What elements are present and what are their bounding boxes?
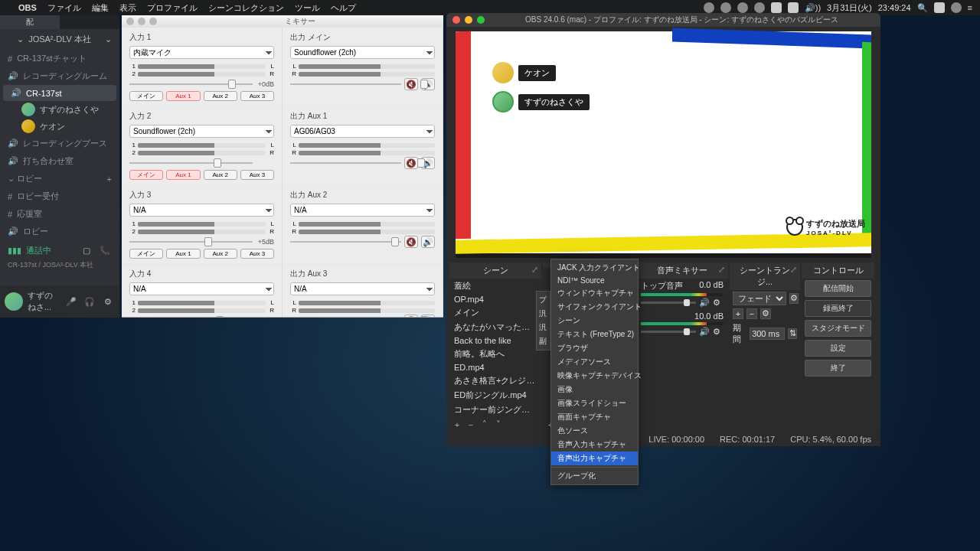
add-source-menu[interactable]: JACK 入力クライアントNDI™ Sourceウィンドウキャプチャサイフォンク… bbox=[550, 259, 639, 485]
stop-record-button[interactable]: 録画終了 bbox=[805, 300, 871, 317]
channel-voice[interactable]: 🔊ロビー bbox=[0, 223, 119, 240]
route-button[interactable]: Aux 3 bbox=[240, 91, 274, 101]
notification-icon[interactable]: ≡ bbox=[968, 3, 972, 12]
gain-slider[interactable] bbox=[228, 80, 236, 89]
siri-icon[interactable] bbox=[951, 2, 962, 13]
gear-icon[interactable]: ⚙ bbox=[760, 308, 771, 319]
menu-item[interactable]: テキスト (FreeType 2) bbox=[551, 328, 638, 341]
menu-view[interactable]: 表示 bbox=[119, 2, 136, 14]
scene-item[interactable]: 前略。私略へ bbox=[449, 347, 541, 361]
transition-select[interactable]: フェード bbox=[733, 292, 786, 305]
plus-icon[interactable]: + bbox=[733, 308, 743, 319]
menu-item[interactable]: サイフォンクライアント bbox=[551, 300, 638, 314]
route-button[interactable]: Aux 3 bbox=[240, 249, 274, 259]
plus-icon[interactable]: + bbox=[107, 174, 112, 184]
scene-item[interactable]: コーナー前ジングル.mp4 bbox=[449, 403, 541, 417]
mute-icon[interactable]: 🔇 bbox=[404, 236, 418, 248]
speaker-icon[interactable]: 🔊 bbox=[699, 298, 710, 308]
scene-item[interactable]: ED前ジングル.mp4 bbox=[449, 388, 541, 403]
disconnect-icon[interactable]: 📞 bbox=[98, 243, 112, 257]
voice-user[interactable]: ケオン bbox=[0, 118, 119, 135]
menu-item[interactable]: 映像キャプチャデバイス bbox=[551, 369, 638, 383]
route-button[interactable]: Aux 2 bbox=[204, 170, 237, 180]
mixer-titlebar[interactable]: ミキサー bbox=[122, 15, 443, 28]
studio-mode-button[interactable]: スタジオモード bbox=[805, 320, 871, 337]
gain-slider[interactable] bbox=[420, 80, 428, 89]
avatar[interactable] bbox=[5, 292, 23, 311]
status-icon[interactable] bbox=[771, 2, 782, 13]
menu-item[interactable]: 音声入力キャプチャ bbox=[551, 438, 638, 452]
duration-input[interactable] bbox=[750, 328, 785, 340]
menu-item[interactable]: 画像スライドショー bbox=[551, 396, 638, 410]
scene-item[interactable]: OP.mp4 bbox=[449, 293, 541, 305]
menubar-time[interactable]: 23:49:24 bbox=[878, 3, 911, 12]
menu-item[interactable]: ブラウザ bbox=[551, 341, 638, 355]
search-icon[interactable]: 🔍 bbox=[917, 3, 928, 13]
expand-icon[interactable]: ⤢ bbox=[718, 265, 725, 275]
control-center-icon[interactable] bbox=[934, 2, 945, 13]
menu-item[interactable]: グループ化 bbox=[551, 469, 638, 483]
device-select[interactable]: AG06/AG03 bbox=[290, 125, 435, 138]
menu-item[interactable]: メディアソース bbox=[551, 355, 638, 369]
stepper-icon[interactable]: ⇅ bbox=[788, 328, 797, 339]
status-icon[interactable] bbox=[720, 2, 731, 13]
gain-slider[interactable] bbox=[204, 237, 212, 246]
start-stream-button[interactable]: 配信開始 bbox=[805, 280, 871, 297]
device-select[interactable]: N/A bbox=[290, 282, 435, 295]
expand-icon[interactable]: ⤢ bbox=[531, 265, 538, 275]
chevron-down-icon[interactable]: ˅ bbox=[492, 419, 505, 431]
gain-slider[interactable] bbox=[216, 316, 224, 317]
gain-slider[interactable] bbox=[417, 158, 425, 168]
device-select[interactable]: Soundflower (2ch) bbox=[129, 125, 274, 138]
route-button[interactable]: Aux 2 bbox=[204, 91, 237, 101]
menu-tools[interactable]: ツール bbox=[295, 2, 320, 14]
gear-icon[interactable]: ⚙ bbox=[789, 293, 799, 304]
route-button[interactable]: Aux 2 bbox=[204, 249, 237, 259]
zoom-icon[interactable] bbox=[149, 18, 157, 25]
menu-item[interactable]: JACK 入力クライアント bbox=[551, 261, 638, 275]
device-select[interactable]: Soundflower (2ch) bbox=[290, 46, 435, 59]
mic-icon[interactable]: 🎤 bbox=[64, 295, 78, 308]
chevron-up-icon[interactable]: ˄ bbox=[479, 419, 491, 431]
gear-icon[interactable]: ⚙ bbox=[713, 298, 724, 308]
gain-slider[interactable] bbox=[420, 316, 428, 317]
headphones-icon[interactable]: 🎧 bbox=[83, 295, 96, 308]
menu-profile[interactable]: プロファイル bbox=[147, 2, 198, 14]
speaker-icon[interactable]: 🔊 bbox=[421, 236, 435, 248]
menu-file[interactable]: ファイル bbox=[47, 2, 81, 14]
channel-text[interactable]: #CR-137stチャット bbox=[0, 50, 119, 67]
exit-button[interactable]: 終了 bbox=[805, 360, 871, 377]
menu-item[interactable]: シーン bbox=[551, 314, 638, 328]
channel-text[interactable]: #応援室 bbox=[0, 205, 119, 223]
close-icon[interactable] bbox=[452, 16, 460, 24]
voice-user[interactable]: すずのねさくや bbox=[0, 101, 119, 118]
menu-item[interactable]: NDI™ Source bbox=[551, 275, 638, 286]
menubar-date[interactable]: 3月31日(火) bbox=[827, 2, 872, 14]
status-icon[interactable] bbox=[737, 2, 748, 13]
minus-icon[interactable]: − bbox=[746, 308, 757, 319]
scene-item[interactable]: ED.mp4 bbox=[449, 361, 541, 373]
scene-item[interactable]: 蓋絵 bbox=[449, 279, 541, 293]
discord-tab[interactable] bbox=[60, 15, 119, 29]
zoom-icon[interactable] bbox=[477, 16, 485, 24]
route-button[interactable]: メイン bbox=[129, 170, 163, 180]
discord-server-header[interactable]: ⌄ JOSA²-DLV 本社 ⌄ bbox=[0, 29, 119, 50]
scene-item[interactable]: Back to the like bbox=[449, 334, 541, 347]
context-menu-parent[interactable]: プ 汎 汎 副 bbox=[536, 291, 550, 350]
noise-suppress-icon[interactable]: ▢ bbox=[80, 243, 93, 257]
channel-voice-selected[interactable]: 🔊CR-137st bbox=[3, 85, 116, 101]
menu-item[interactable]: 画面キャプチャ bbox=[551, 410, 638, 424]
route-button[interactable]: Aux 1 bbox=[166, 249, 200, 259]
channel-voice[interactable]: 🔊レコーディングルーム bbox=[0, 67, 119, 85]
volume-icon[interactable]: 🔊)) bbox=[805, 3, 821, 13]
menu-help[interactable]: ヘルプ bbox=[331, 2, 356, 14]
scene-item[interactable]: あさき格言+クレジット bbox=[449, 373, 541, 388]
scene-item[interactable]: メイン bbox=[449, 305, 541, 320]
channel-text[interactable]: #ロビー受付 bbox=[0, 187, 119, 205]
volume-slider[interactable] bbox=[641, 302, 696, 304]
discord-tab[interactable]: 配 bbox=[0, 15, 60, 29]
route-button[interactable]: Aux 1 bbox=[166, 91, 200, 101]
device-select[interactable]: N/A bbox=[129, 282, 274, 295]
speaker-icon[interactable]: 🔊 bbox=[699, 327, 710, 337]
channel-category[interactable]: ⌄ ロビー+ bbox=[0, 170, 119, 187]
